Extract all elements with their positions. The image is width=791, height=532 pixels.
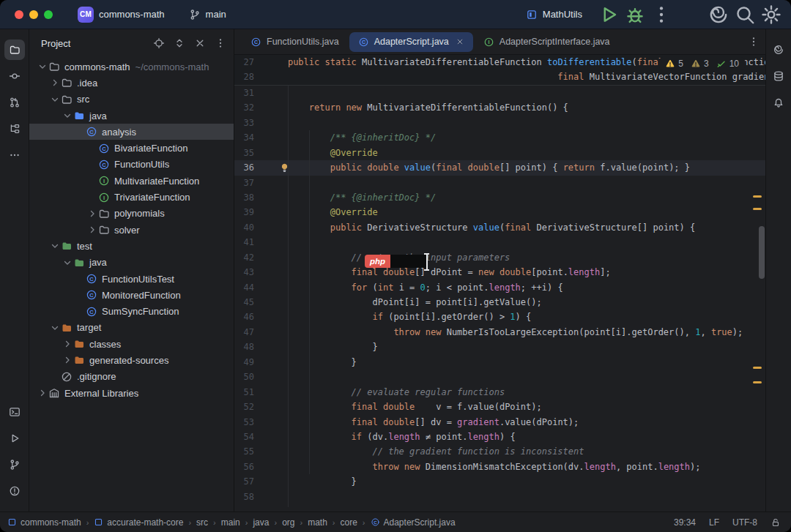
line-number[interactable]: 37 [234,176,261,190]
code-line-54[interactable]: 54 if (dv.length ≠ point.length) { [234,430,765,444]
code-line-41[interactable]: 41 [234,235,765,250]
chevron-right-icon[interactable] [37,387,48,399]
tree-item-functionutilstest[interactable]: CFunctionUtilsTest [29,271,234,287]
tool-ai-assistant-button[interactable] [768,40,789,60]
error-stripe-mark[interactable] [753,367,762,369]
tool-pull-requests-button[interactable] [4,92,25,113]
inspections-widget[interactable]: 5310 [659,57,745,70]
error-stripe-mark[interactable] [753,195,762,198]
expand-collapse-icon[interactable] [174,37,185,49]
tool-problems-button[interactable] [4,481,25,501]
code-text[interactable]: @Override [261,205,765,220]
code-line-40[interactable]: 40 public DerivativeStructure value(fina… [234,220,765,235]
tree-item-multivariatefunction[interactable]: IMultivariateFunction [29,173,234,189]
breadcrumb-commons-math[interactable]: commons-math [7,517,81,528]
tree-item-polynomials[interactable]: polynomials [29,206,234,222]
close-tab-icon[interactable] [456,37,464,46]
more-actions-button[interactable] [650,4,672,26]
tree-item-java[interactable]: java [29,108,234,124]
code-text[interactable]: /** {@inheritDoc} */ [261,130,765,145]
tree-item-functionutils[interactable]: CFunctionUtils [29,157,234,173]
tool-commit-button[interactable] [4,66,25,86]
code-line-37[interactable]: 37 [234,176,765,190]
code-text[interactable]: if (dv.length ≠ point.length) { [261,430,765,444]
tree-item-generated-sources[interactable]: generated-sources [29,352,234,368]
code-text[interactable]: return new MultivariateDifferentiableFun… [261,100,765,115]
inspection-warning[interactable]: 3 [691,59,709,69]
tree-item--gitignore[interactable]: .gitignore [29,369,234,385]
tool-project-folder-button[interactable] [4,40,25,60]
close-icon[interactable] [194,37,206,49]
code-text[interactable] [261,86,765,100]
code-text[interactable]: final double v = f.value(dPoint); [261,400,765,414]
code-text[interactable]: dPoint[i] = point[i].getValue(); [261,295,765,310]
code-line-58[interactable]: 58 [234,490,765,504]
tree-item-monitoredfunction[interactable]: CMonitoredFunction [29,287,234,303]
locate-icon[interactable] [153,37,165,49]
code-text[interactable]: final double[] dPoint = new double[point… [261,265,765,280]
minimize-window-button[interactable] [29,10,38,19]
tool-git-branch-button[interactable] [4,454,25,475]
tree-item-sumsyncfunction[interactable]: CSumSyncFunction [29,303,234,319]
line-number[interactable]: 47 [234,325,261,340]
tree-item-src[interactable]: src [29,91,234,108]
run-configuration-widget[interactable]: MathUtils [520,6,593,23]
chevron-down-icon[interactable] [49,94,61,105]
line-number[interactable]: 40 [234,220,261,235]
code-text[interactable]: /** {@inheritDoc} */ [261,190,765,205]
tool-terminal-button[interactable] [4,402,25,422]
zoom-window-button[interactable] [44,10,53,19]
project-widget[interactable]: CM commons-math [72,4,176,26]
tree-item-solver[interactable]: solver [29,222,234,238]
tree-item-java[interactable]: java [29,255,234,271]
code-text[interactable] [261,370,765,384]
breadcrumb-math[interactable]: math [308,517,327,528]
chevron-down-icon[interactable] [62,110,73,121]
code-line-47[interactable]: 47 throw new NumberIsTooLargeException(p… [234,325,765,340]
line-number[interactable]: 44 [234,280,261,295]
code-line-56[interactable]: 56 throw new DimensionMismatchException(… [234,460,765,474]
code-line-48[interactable]: 48 } [234,340,765,354]
code-line-49[interactable]: 49 } [234,355,765,370]
line-number[interactable]: 46 [234,310,261,324]
code-line-32[interactable]: 32 return new MultivariateDifferentiable… [234,100,765,115]
close-window-button[interactable] [15,10,23,19]
tab-functionutils-java[interactable]: CFunctionUtils.java [242,32,348,52]
tree-item--idea[interactable]: .idea [29,75,234,91]
error-stripe-mark[interactable] [753,381,762,383]
code-text[interactable]: public double value(final double[] point… [261,160,765,175]
code-line-45[interactable]: 45 dPoint[i] = point[i].getValue(); [234,295,765,310]
code-line-50[interactable]: 50 [234,370,765,384]
chevron-right-icon[interactable] [62,354,73,366]
tab-adapterscriptinterface-java[interactable]: IAdapterScriptInterface.java [475,32,619,52]
tree-item-target[interactable]: target [29,320,234,336]
tree-item-trivariatefunction[interactable]: ITrivariateFunction [29,189,234,205]
code-text[interactable]: } [261,355,765,370]
run-button[interactable] [598,4,620,26]
line-number[interactable]: 58 [234,490,261,504]
code-text[interactable]: } [261,474,765,489]
breadcrumb-core[interactable]: core [341,517,357,528]
chevron-down-icon[interactable] [37,61,48,72]
code-line-39[interactable]: 39 @Override [234,205,765,220]
line-number[interactable]: 49 [234,355,261,370]
tool-notifications-button[interactable] [768,92,789,113]
code-text[interactable]: @Override [261,146,765,160]
line-number[interactable]: 54 [234,430,261,444]
code-line-57[interactable]: 57 } [234,474,765,489]
tool-more-button[interactable] [4,145,25,165]
code-line-55[interactable]: 55 // the gradient function is inconsist… [234,444,765,459]
code-text[interactable] [261,176,765,190]
tree-item-analysis[interactable]: Canalysis [29,124,234,140]
code-line-46[interactable]: 46 if (point[i].getOrder() > 1) { [234,310,765,324]
code-line-51[interactable]: 51 // evaluate regular functions [234,385,765,400]
error-stripe-mark[interactable] [753,208,762,210]
code-line-34[interactable]: 34 /** {@inheritDoc} */ [234,130,765,145]
line-number[interactable]: 39 [234,205,261,220]
line-number[interactable]: 34 [234,130,261,145]
code-line-42[interactable]: 42 // set up the input parameters [234,250,765,265]
line-separator[interactable]: LF [709,517,719,528]
line-number[interactable]: 28 [234,70,261,84]
line-number[interactable]: 55 [234,444,261,459]
line-number[interactable]: 35 [234,146,261,160]
